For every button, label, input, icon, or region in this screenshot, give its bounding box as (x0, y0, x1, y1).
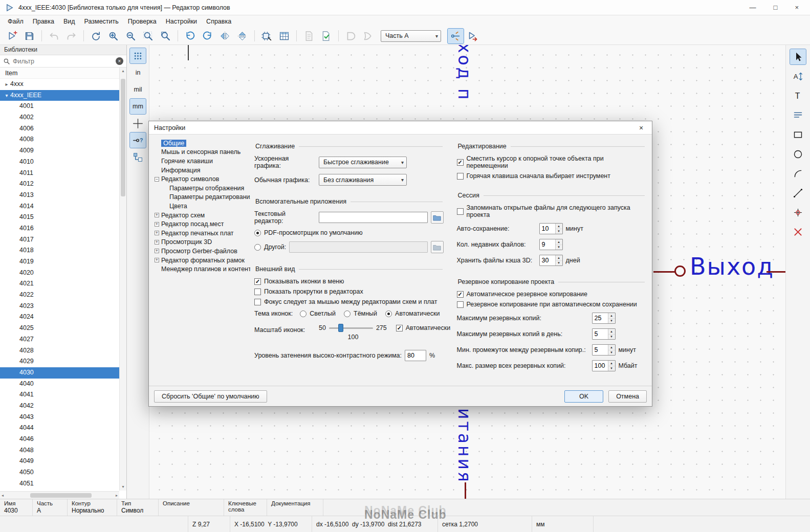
library-item-4009[interactable]: 4009 (0, 145, 126, 157)
library-item-4048[interactable]: 4048 (0, 445, 126, 456)
symbol-tree-button[interactable] (130, 149, 146, 165)
settings-tree-item-5[interactable]: Параметры отображения (154, 184, 250, 193)
settings-tree-item-10[interactable]: +Редактор печатных плат (154, 229, 250, 238)
settings-tree-item-13[interactable]: +Редактор форматных рамок (154, 256, 250, 265)
fallback-graphics-select[interactable]: Без сглаживания ▾ (319, 174, 407, 186)
icon-scale-slider[interactable] (329, 323, 373, 332)
checkbox-icon-scale-auto[interactable]: Автоматически (396, 324, 450, 331)
scroll-down-icon[interactable]: ▾ (120, 483, 126, 491)
spinner-buttons[interactable]: ▲▼ (555, 255, 562, 265)
max-size-input[interactable] (593, 361, 608, 371)
slider-handle[interactable] (338, 324, 343, 332)
theme-light-radio[interactable]: Светлый (300, 310, 336, 317)
library-item-4023[interactable]: 4023 (0, 301, 126, 312)
zoom-selection-button[interactable] (158, 29, 173, 43)
settings-tree-item-2[interactable]: Горячие клавиши (154, 157, 250, 166)
minimize-button[interactable]: — (750, 4, 756, 11)
mirror-h-button[interactable] (217, 29, 233, 43)
spin-up-icon[interactable]: ▲ (608, 345, 615, 350)
pin-type-button[interactable]: ? (130, 132, 146, 148)
browse-text-editor-button[interactable] (431, 211, 444, 224)
zoom-in-button[interactable] (105, 29, 121, 43)
library-item-4022[interactable]: 4022 (0, 290, 126, 301)
add-to-schematic-button[interactable] (465, 29, 481, 43)
rotate-left-button[interactable] (182, 29, 198, 43)
expand-icon[interactable]: + (155, 249, 159, 253)
grid-visibility-button[interactable] (130, 48, 146, 63)
scrollbar-thumb-h[interactable] (30, 493, 92, 498)
expand-icon[interactable]: + (155, 222, 159, 227)
library-item-4008[interactable]: 4008 (0, 134, 126, 145)
spinner-buttons[interactable]: ▲▼ (608, 361, 615, 371)
expand-icon[interactable]: + (155, 240, 159, 245)
settings-tree-item-7[interactable]: Цвета (154, 202, 250, 211)
library-item-4029[interactable]: 4029 (0, 356, 126, 367)
settings-tree-item-8[interactable]: +Редактор схем (154, 211, 250, 220)
chevron-down-icon[interactable]: ▾ (3, 90, 10, 101)
pdf-other-radio[interactable]: Другой: (254, 243, 286, 251)
library-item-4043[interactable]: 4043 (0, 412, 126, 423)
expand-icon[interactable]: + (155, 231, 159, 235)
settings-tree-item-12[interactable]: +Просмотр Gerber-файлов (154, 247, 250, 256)
library-4xxx-ieee[interactable]: ▾ 4xxx_IEEE (0, 90, 126, 101)
max-backups-day-input[interactable] (593, 329, 608, 339)
spin-down-icon[interactable]: ▼ (556, 261, 562, 266)
scroll-up-icon[interactable]: ▴ (120, 68, 126, 75)
spin-down-icon[interactable]: ▼ (608, 335, 615, 340)
library-item-4024[interactable]: 4024 (0, 312, 126, 323)
spin-down-icon[interactable]: ▼ (608, 350, 615, 356)
library-item-4049[interactable]: 4049 (0, 456, 126, 467)
pin-table-button[interactable] (276, 29, 292, 43)
library-item-4044[interactable]: 4044 (0, 423, 126, 434)
hc-dimming-input[interactable] (405, 350, 426, 361)
zoom-out-button[interactable] (123, 29, 139, 43)
library-item-4017[interactable]: 4017 (0, 234, 126, 246)
library-item-4011[interactable]: 4011 (0, 168, 126, 179)
settings-tree-item-1[interactable]: Мышь и сенсорная панель (154, 148, 250, 157)
library-item-4020[interactable]: 4020 (0, 268, 126, 279)
library-item-4006[interactable]: 4006 (0, 123, 126, 135)
arc-tool-button[interactable] (790, 166, 806, 181)
spin-up-icon[interactable]: ▲ (608, 313, 615, 319)
theme-dark-radio[interactable]: Тёмный (344, 310, 377, 317)
library-item-4040[interactable]: 4040 (0, 379, 126, 390)
save-button[interactable] (21, 29, 37, 43)
library-item-4002[interactable]: 4002 (0, 112, 126, 123)
menu-item-0[interactable]: Файл (3, 16, 28, 27)
expand-icon[interactable]: + (155, 258, 159, 262)
recent-files-input[interactable] (540, 239, 555, 250)
library-item-4041[interactable]: 4041 (0, 389, 126, 401)
library-item-4012[interactable]: 4012 (0, 179, 126, 190)
menu-item-3[interactable]: Разместить (80, 16, 123, 27)
settings-tree-item-6[interactable]: Параметры редактирования (154, 193, 250, 202)
line-tool-button[interactable] (790, 185, 806, 201)
rotate-right-button[interactable] (200, 29, 215, 43)
spin-down-icon[interactable]: ▼ (556, 245, 562, 250)
library-item-4025[interactable]: 4025 (0, 323, 126, 334)
library-item-4019[interactable]: 4019 (0, 256, 126, 268)
spinner-buttons[interactable]: ▲▼ (555, 224, 562, 234)
scroll-left-icon[interactable]: ◂ (2, 493, 4, 498)
unit-mils-button[interactable]: mil (130, 82, 146, 97)
library-item-4051[interactable]: 4051 (0, 478, 126, 490)
spin-down-icon[interactable]: ▼ (556, 229, 562, 234)
library-item-4015[interactable]: 4015 (0, 212, 126, 223)
close-button[interactable]: × (795, 4, 799, 11)
cursor-shape-button[interactable] (130, 116, 146, 131)
menu-item-5[interactable]: Настройки (161, 16, 202, 27)
settings-tree-item-9[interactable]: +Редактор посад.мест (154, 219, 250, 229)
library-item-4050[interactable]: 4050 (0, 467, 126, 478)
library-item-4027[interactable]: 4027 (0, 334, 126, 345)
menu-item-2[interactable]: Вид (59, 16, 80, 27)
spin-up-icon[interactable]: ▲ (556, 224, 562, 229)
spinner-buttons[interactable]: ▲▼ (608, 345, 615, 355)
erc-check-button[interactable] (318, 29, 334, 43)
menu-item-6[interactable]: Справка (202, 16, 236, 27)
checkbox-warp-cursor[interactable]: Сместить курсор к опорной точке объекта … (457, 155, 646, 169)
mirror-v-button[interactable] (234, 29, 250, 43)
sync-pins-button[interactable] (448, 29, 464, 43)
spinner-buttons[interactable]: ▲▼ (608, 329, 615, 339)
library-item-4001[interactable]: 4001 (0, 101, 126, 112)
library-item-4013[interactable]: 4013 (0, 190, 126, 201)
checkbox-icons-in-menus[interactable]: Показывать иконки в меню (254, 278, 444, 285)
